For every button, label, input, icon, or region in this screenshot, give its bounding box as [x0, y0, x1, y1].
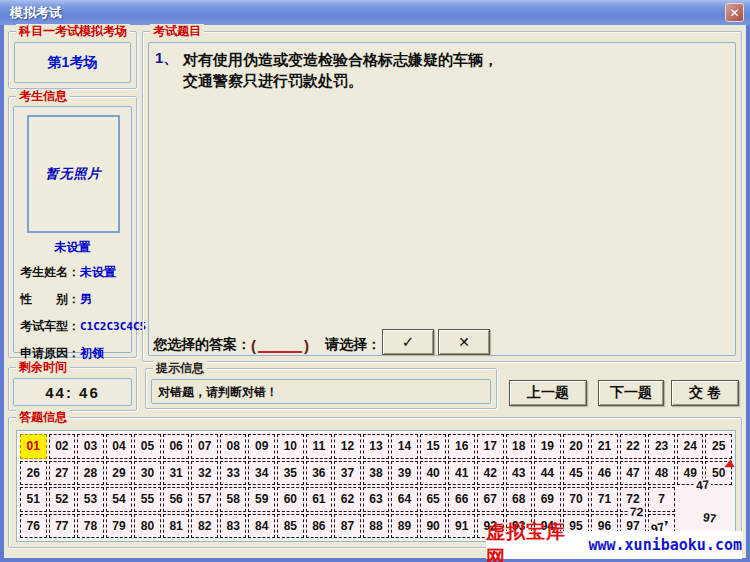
answer-cell-53[interactable]: 53 [77, 487, 104, 512]
answer-cell-58[interactable]: 58 [220, 487, 247, 512]
field-vehicle-value: C1C2C3C4C5 [80, 320, 146, 333]
answer-cell-77[interactable]: 77 [49, 514, 76, 539]
answer-cell-19[interactable]: 19 [534, 434, 561, 459]
answer-cell-62[interactable]: 62 [334, 487, 361, 512]
answer-cell-08[interactable]: 08 [220, 434, 247, 459]
submit-paper-label: 交 卷 [689, 384, 721, 402]
answer-cell-89[interactable]: 89 [391, 514, 418, 539]
answer-cell-41[interactable]: 41 [448, 461, 475, 486]
answer-cell-82[interactable]: 82 [191, 514, 218, 539]
answer-cell-05[interactable]: 05 [134, 434, 161, 459]
answer-cell-63[interactable]: 63 [363, 487, 390, 512]
answer-cell-35[interactable]: 35 [277, 461, 304, 486]
answer-cell-54[interactable]: 54 [106, 487, 133, 512]
answer-cell-76[interactable]: 76 [20, 514, 47, 539]
answer-cell-48[interactable]: 48 [648, 461, 675, 486]
answer-cell-57[interactable]: 57 [191, 487, 218, 512]
answer-cell-15[interactable]: 15 [420, 434, 447, 459]
answer-cell-61[interactable]: 61 [306, 487, 333, 512]
answer-cell-55[interactable]: 55 [134, 487, 161, 512]
answer-group-title: 答题信息 [16, 410, 70, 424]
answer-cell-36[interactable]: 36 [306, 461, 333, 486]
answer-cell-87[interactable]: 87 [334, 514, 361, 539]
answer-cell-33[interactable]: 33 [220, 461, 247, 486]
answer-cell-83[interactable]: 83 [220, 514, 247, 539]
answer-cell-64[interactable]: 64 [391, 487, 418, 512]
answer-cell-85[interactable]: 85 [277, 514, 304, 539]
answer-cell-03[interactable]: 03 [77, 434, 104, 459]
answer-cell-69[interactable]: 69 [534, 487, 561, 512]
answer-cell-44[interactable]: 44 [534, 461, 561, 486]
answer-cell-10[interactable]: 10 [277, 434, 304, 459]
answer-cell-78[interactable]: 78 [77, 514, 104, 539]
answer-cell-28[interactable]: 28 [77, 461, 104, 486]
answer-cell-43[interactable]: 43 [506, 461, 533, 486]
answer-cell-31[interactable]: 31 [163, 461, 190, 486]
next-question-button[interactable]: 下一题 [598, 380, 664, 406]
answer-cell-40[interactable]: 40 [420, 461, 447, 486]
close-button[interactable]: ✕ [725, 3, 744, 22]
answer-cell-79[interactable]: 79 [106, 514, 133, 539]
answer-cell-56[interactable]: 56 [163, 487, 190, 512]
answer-wrong-button[interactable]: ✕ [438, 329, 490, 355]
answer-cell-60[interactable]: 60 [277, 487, 304, 512]
answer-cell-67[interactable]: 67 [477, 487, 504, 512]
answer-cell-23[interactable]: 23 [648, 434, 675, 459]
answer-cell-06[interactable]: 06 [163, 434, 190, 459]
answer-cell-14[interactable]: 14 [391, 434, 418, 459]
answer-cell-88[interactable]: 88 [363, 514, 390, 539]
answer-cell-7[interactable]: 7 [648, 487, 675, 512]
answer-cell-12[interactable]: 12 [334, 434, 361, 459]
answer-cell-38[interactable]: 38 [363, 461, 390, 486]
answer-cell-13[interactable]: 13 [363, 434, 390, 459]
answer-cell-26[interactable]: 26 [20, 461, 47, 486]
answer-cell-22[interactable]: 22 [620, 434, 647, 459]
answer-cell-39[interactable]: 39 [391, 461, 418, 486]
answer-cell-81[interactable]: 81 [163, 514, 190, 539]
answer-cell-34[interactable]: 34 [248, 461, 275, 486]
answer-cell-84[interactable]: 84 [248, 514, 275, 539]
answer-cell-30[interactable]: 30 [134, 461, 161, 486]
answer-cell-17[interactable]: 17 [477, 434, 504, 459]
answer-cell-01[interactable]: 01 [20, 434, 47, 459]
answer-cell-80[interactable]: 80 [134, 514, 161, 539]
answer-cell-70[interactable]: 70 [563, 487, 590, 512]
answer-correct-button[interactable]: ✓ [382, 329, 434, 355]
answer-cell-37[interactable]: 37 [334, 461, 361, 486]
answer-cell-11[interactable]: 11 [306, 434, 333, 459]
answer-cell-68[interactable]: 68 [506, 487, 533, 512]
answer-cell-27[interactable]: 27 [49, 461, 76, 486]
answer-cell-91[interactable]: 91 [448, 514, 475, 539]
answer-cell-29[interactable]: 29 [106, 461, 133, 486]
answer-cell-71[interactable]: 71 [591, 487, 618, 512]
answer-cell-65[interactable]: 65 [420, 487, 447, 512]
answer-cell-42[interactable]: 42 [477, 461, 504, 486]
answer-cell-25[interactable]: 25 [705, 434, 732, 459]
previous-question-label: 上一题 [527, 384, 569, 402]
cross-icon: ✕ [458, 334, 470, 350]
answer-cell-32[interactable]: 32 [191, 461, 218, 486]
answer-cell-07[interactable]: 07 [191, 434, 218, 459]
answer-cell-47[interactable]: 47 [620, 461, 647, 486]
answer-cell-09[interactable]: 09 [248, 434, 275, 459]
answer-cell-90[interactable]: 90 [420, 514, 447, 539]
answer-cell-66[interactable]: 66 [448, 487, 475, 512]
submit-paper-button[interactable]: 交 卷 [671, 380, 739, 406]
answer-cell-02[interactable]: 02 [49, 434, 76, 459]
answer-cell-21[interactable]: 21 [591, 434, 618, 459]
answer-cell-45[interactable]: 45 [563, 461, 590, 486]
answer-cell-24[interactable]: 24 [677, 434, 704, 459]
answer-cell-46[interactable]: 46 [591, 461, 618, 486]
field-gender: 性 别： 男 [20, 286, 129, 313]
answer-cell-59[interactable]: 59 [248, 487, 275, 512]
answer-cell-16[interactable]: 16 [448, 434, 475, 459]
answer-selection-row: 您选择的答案： ( ) 请选择： [153, 332, 381, 358]
answer-cell-52[interactable]: 52 [49, 487, 76, 512]
answer-cell-04[interactable]: 04 [106, 434, 133, 459]
previous-question-button[interactable]: 上一题 [509, 380, 587, 406]
answer-cell-18[interactable]: 18 [506, 434, 533, 459]
answer-grid-panel: 0102030405060708091011121314151617181920… [16, 430, 736, 542]
answer-cell-20[interactable]: 20 [563, 434, 590, 459]
answer-cell-86[interactable]: 86 [306, 514, 333, 539]
answer-cell-51[interactable]: 51 [20, 487, 47, 512]
